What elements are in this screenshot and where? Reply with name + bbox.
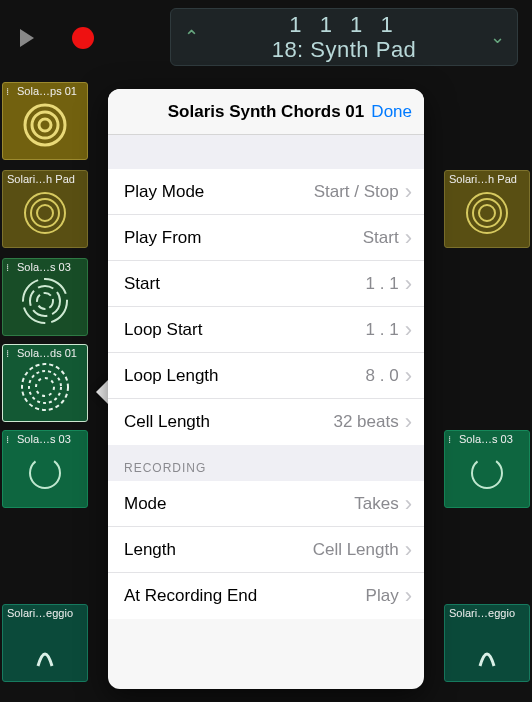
svg-point-4	[31, 199, 59, 227]
cell-title: Sola…ds 01	[17, 347, 85, 359]
cell[interactable]: ⁞ Sola…s 03	[2, 258, 88, 336]
svg-point-16	[472, 458, 502, 488]
loop-ring-icon	[19, 275, 71, 327]
row-value: Start / Stop	[314, 182, 399, 202]
row-label: Start	[124, 274, 366, 294]
handle-icon: ⁞	[448, 434, 451, 445]
row-value: Takes	[354, 494, 398, 514]
section-gap	[108, 135, 424, 169]
svg-point-11	[37, 293, 53, 309]
svg-point-7	[473, 199, 501, 227]
cell[interactable]: Solari…eggio	[2, 604, 88, 682]
section-recording: Mode Takes › Length Cell Length › At Rec…	[108, 481, 424, 619]
svg-point-15	[30, 458, 60, 488]
row-label: Mode	[124, 494, 354, 514]
handle-icon: ⁞	[6, 348, 9, 359]
handle-icon: ⁞	[6, 434, 9, 445]
row-cell-length[interactable]: Cell Length 32 beats ›	[108, 399, 424, 445]
cell-title: Sola…ps 01	[17, 85, 85, 97]
cell[interactable]: Solari…h Pad	[444, 170, 530, 248]
cell-selected[interactable]: ⁞ Sola…ds 01	[2, 344, 88, 422]
loop-ring-icon	[462, 188, 512, 238]
cell[interactable]: ⁞ Sola…s 03	[444, 430, 530, 508]
row-label: Length	[124, 540, 313, 560]
popover-header: Solaris Synth Chords 01 Done	[108, 89, 424, 135]
chevron-right-icon: ›	[405, 319, 412, 341]
loop-ring-icon	[25, 453, 65, 493]
cell[interactable]: ⁞ Sola…ps 01	[2, 82, 88, 160]
row-label: Play Mode	[124, 182, 314, 202]
svg-point-10	[30, 286, 60, 316]
row-label: Play From	[124, 228, 363, 248]
svg-point-2	[39, 119, 51, 131]
loop-ring-icon	[20, 188, 70, 238]
row-value: 1 . 1	[366, 274, 399, 294]
row-label: Loop Length	[124, 366, 366, 386]
cell-title: Sola…s 03	[17, 261, 85, 273]
record-icon	[72, 27, 94, 49]
chevron-right-icon: ›	[405, 365, 412, 387]
section-playback: Play Mode Start / Stop › Play From Start…	[108, 169, 424, 445]
loop-ring-icon	[467, 453, 507, 493]
waveform-icon	[28, 632, 62, 676]
cell-title: Solari…h Pad	[7, 173, 85, 185]
row-length[interactable]: Length Cell Length ›	[108, 527, 424, 573]
cell-title: Sola…s 03	[459, 433, 527, 445]
cell-title: Solari…h Pad	[449, 173, 527, 185]
chevron-right-icon: ›	[405, 181, 412, 203]
cell-title: Sola…s 03	[17, 433, 85, 445]
lcd-readout: 1 1 1 1 18: Synth Pad	[201, 12, 487, 63]
svg-point-14	[36, 378, 54, 396]
loop-ring-icon	[20, 100, 70, 150]
handle-icon: ⁞	[6, 86, 9, 97]
patch-name: 18: Synth Pad	[201, 37, 487, 62]
chevron-up-icon[interactable]: ⌃	[181, 26, 201, 48]
row-value: 1 . 1	[366, 320, 399, 340]
row-loop-length[interactable]: Loop Length 8 . 0 ›	[108, 353, 424, 399]
svg-point-5	[37, 205, 53, 221]
handle-icon: ⁞	[6, 262, 9, 273]
row-value: Play	[366, 586, 399, 606]
row-value: Start	[363, 228, 399, 248]
chevron-right-icon: ›	[405, 273, 412, 295]
chevron-right-icon: ›	[405, 493, 412, 515]
section-header-recording: RECORDING	[108, 445, 424, 481]
chevron-right-icon: ›	[405, 411, 412, 433]
row-value: 8 . 0	[366, 366, 399, 386]
loop-ring-icon	[18, 360, 72, 414]
position-text: 1 1 1 1	[201, 12, 487, 37]
waveform-icon	[470, 632, 504, 676]
row-play-from[interactable]: Play From Start ›	[108, 215, 424, 261]
row-at-recording-end[interactable]: At Recording End Play ›	[108, 573, 424, 619]
chevron-right-icon: ›	[405, 539, 412, 561]
cell-title: Solari…eggio	[449, 607, 527, 619]
cell[interactable]: ⁞ Sola…s 03	[2, 430, 88, 508]
cell[interactable]: Solari…h Pad	[2, 170, 88, 248]
chevron-down-icon[interactable]: ⌄	[487, 26, 507, 48]
row-play-mode[interactable]: Play Mode Start / Stop ›	[108, 169, 424, 215]
chevron-right-icon: ›	[405, 227, 412, 249]
row-mode[interactable]: Mode Takes ›	[108, 481, 424, 527]
row-start[interactable]: Start 1 . 1 ›	[108, 261, 424, 307]
row-value: Cell Length	[313, 540, 399, 560]
row-value: 32 beats	[333, 412, 398, 432]
play-icon	[20, 29, 34, 47]
svg-point-1	[32, 112, 58, 138]
play-button[interactable]	[10, 21, 44, 55]
popover-title: Solaris Synth Chords 01	[168, 102, 365, 122]
row-label: Loop Start	[124, 320, 366, 340]
cell-title: Solari…eggio	[7, 607, 85, 619]
row-label: Cell Length	[124, 412, 333, 432]
record-button[interactable]	[66, 21, 100, 55]
cell-settings-popover: Solaris Synth Chords 01 Done Play Mode S…	[108, 89, 424, 689]
svg-point-8	[479, 205, 495, 221]
cell[interactable]: Solari…eggio	[444, 604, 530, 682]
svg-point-13	[29, 371, 61, 403]
row-loop-start[interactable]: Loop Start 1 . 1 ›	[108, 307, 424, 353]
lcd-display[interactable]: ⌃ 1 1 1 1 18: Synth Pad ⌄	[170, 8, 518, 66]
row-label: At Recording End	[124, 586, 366, 606]
done-button[interactable]: Done	[371, 89, 412, 134]
chevron-right-icon: ›	[405, 585, 412, 607]
